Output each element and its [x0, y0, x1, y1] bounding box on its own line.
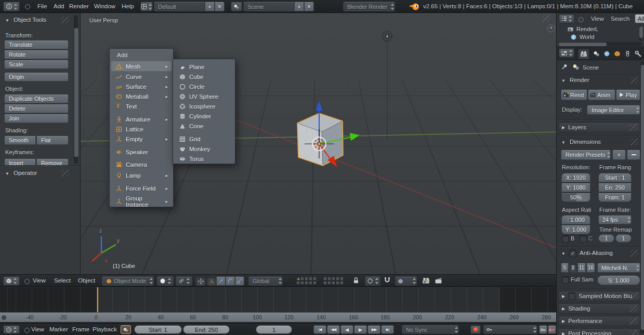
mode-dropdown[interactable]: Object Mode: [102, 276, 154, 286]
add-menu-item-empty[interactable]: Empty ▸: [111, 134, 172, 144]
render-still-button[interactable]: Rend: [561, 89, 587, 100]
auto-keyframe-button[interactable]: [121, 325, 131, 334]
rotate-button[interactable]: Rotate: [4, 50, 69, 59]
smooth-button[interactable]: Smooth: [4, 136, 36, 145]
anti-aliasing-panel-title[interactable]: Anti-Aliasing: [580, 250, 613, 256]
render-engine-dropdown[interactable]: Blender Render: [343, 2, 395, 11]
resolution-x-field[interactable]: X: 1920: [561, 173, 590, 182]
post-processing-panel-header[interactable]: ▶ Post Processing: [558, 328, 640, 335]
full-sample-checkbox[interactable]: [562, 276, 569, 284]
add-menu-item-text[interactable]: F Text: [111, 101, 172, 111]
menu-playback[interactable]: Playback: [93, 326, 117, 332]
display-dropdown[interactable]: Image Editor: [587, 105, 640, 115]
properties-scrollbar-thumb[interactable]: [640, 64, 644, 330]
editor-type-button[interactable]: [3, 325, 20, 334]
toolshelf-scrollbar-thumb[interactable]: [74, 28, 79, 157]
layer-grid-1[interactable]: [296, 277, 317, 285]
remap-old-field[interactable]: 1: [598, 234, 614, 243]
transform-orientation-dropdown[interactable]: Global: [248, 276, 283, 286]
mesh-item-monkey[interactable]: Monkey: [175, 144, 233, 154]
add-menu-item-camera[interactable]: Camera: [111, 159, 172, 169]
keying-set-dropdown[interactable]: [483, 325, 537, 334]
manipulator-scale-button[interactable]: [235, 276, 244, 286]
manipulator-rotate-button[interactable]: [226, 276, 235, 286]
layer-cell[interactable]: [305, 277, 308, 280]
insert-keyframe-button[interactable]: Insert: [4, 158, 36, 165]
layer-cell[interactable]: [327, 281, 331, 285]
outliner-row-world[interactable]: World: [570, 33, 636, 41]
delete-keyframes-button[interactable]: [548, 325, 556, 334]
play-reverse-button[interactable]: ◀: [340, 325, 353, 334]
next-keyframe-button[interactable]: ▶▶: [367, 325, 380, 334]
performance-panel-header[interactable]: ▶ Performance: [558, 316, 640, 326]
frame-start-field[interactable]: Start: 1: [134, 325, 182, 334]
frame-start-field[interactable]: Start : 1: [598, 173, 632, 182]
record-button[interactable]: [470, 325, 481, 334]
menu-help[interactable]: Help: [122, 3, 134, 9]
tab-modifiers[interactable]: [633, 49, 643, 58]
layer-cell[interactable]: [340, 281, 344, 285]
scale-button[interactable]: Scale: [4, 60, 69, 69]
aa-size-slider[interactable]: S: 1.000: [597, 275, 640, 285]
panel-grip-icon[interactable]: [61, 17, 70, 23]
delete-layout-button[interactable]: ✕: [215, 2, 225, 11]
scenes-filter-dropdown[interactable]: All: [635, 14, 644, 23]
menu-view[interactable]: View: [591, 16, 604, 22]
timeline-ruler[interactable]: -40 -20 0 20 40 60 80 100 120 140 160 18…: [0, 312, 556, 323]
anti-aliasing-checkbox[interactable]: ✓: [569, 250, 576, 257]
jump-to-end-button[interactable]: ▶|: [381, 325, 394, 334]
collapse-menus-icon[interactable]: [25, 4, 30, 9]
layer-cell[interactable]: [300, 281, 304, 285]
mesh-item-cylinder[interactable]: Cylinder: [175, 111, 233, 121]
pivot-point-dropdown[interactable]: [176, 276, 192, 286]
panel-grip-icon[interactable]: [630, 139, 639, 145]
layer-cell[interactable]: [332, 281, 335, 285]
tab-object[interactable]: [612, 49, 622, 58]
opengl-render-anim-button[interactable]: [435, 277, 445, 285]
layer-cell[interactable]: [323, 281, 327, 285]
opengl-render-button[interactable]: [422, 277, 432, 285]
current-frame-field[interactable]: 1: [256, 325, 292, 334]
mesh-item-plane[interactable]: Plane: [175, 62, 233, 72]
menu-frame[interactable]: Frame: [72, 326, 89, 332]
layers-panel-header[interactable]: ▶ Layers: [558, 122, 640, 132]
translate-button[interactable]: Translate: [4, 40, 69, 49]
collapse-menus-icon[interactable]: [24, 328, 30, 333]
render-presets-dropdown[interactable]: Render Presets: [561, 150, 611, 160]
aspect-x-field[interactable]: : 1.000: [561, 215, 590, 224]
layer-cell[interactable]: [313, 281, 317, 285]
operator-panel-title[interactable]: Operator: [14, 170, 37, 176]
delete-scene-button[interactable]: ✕: [304, 2, 314, 11]
menu-marker[interactable]: Marker: [49, 326, 68, 332]
add-menu-item-force-field[interactable]: Force Field ▸: [111, 183, 172, 193]
frame-step-field[interactable]: Fram: 1: [598, 193, 632, 202]
panel-collapse-icon[interactable]: ▼: [5, 171, 9, 176]
aa-samples-16-button[interactable]: 16: [586, 263, 595, 273]
remove-preset-button[interactable]: [627, 150, 640, 160]
viewport-3d[interactable]: User Persp z y x (1) Cube + Add Mesh ▸ C…: [81, 13, 556, 274]
border-checkbox[interactable]: [562, 235, 569, 243]
remove-keyframe-button[interactable]: Remove: [36, 158, 69, 165]
delete-button[interactable]: Delete: [4, 104, 69, 113]
scene-name-field[interactable]: Scene: [243, 2, 294, 11]
breadcrumb-label[interactable]: Scene: [583, 64, 599, 71]
manipulator-axes-button[interactable]: [207, 276, 216, 286]
screen-layout-button[interactable]: [140, 2, 153, 11]
manipulator-toggle-button[interactable]: [195, 276, 206, 286]
add-scene-button[interactable]: +: [294, 2, 304, 11]
duplicate-objects-button[interactable]: Duplicate Objects: [4, 94, 69, 103]
layer-cell[interactable]: [313, 277, 317, 280]
aa-samples-5-button[interactable]: 5: [561, 263, 569, 273]
mesh-item-torus[interactable]: Torus: [175, 154, 233, 164]
current-frame-cursor[interactable]: [97, 287, 98, 312]
layer-cell[interactable]: [309, 281, 312, 285]
layer-cell[interactable]: [323, 277, 327, 280]
panel-collapse-icon[interactable]: ▼: [561, 140, 566, 145]
tab-world[interactable]: [601, 49, 612, 58]
cube-object[interactable]: [297, 113, 343, 166]
menu-select[interactable]: Select: [54, 277, 71, 284]
frame-rate-dropdown[interactable]: 24 fps: [598, 215, 632, 224]
mesh-item-cube[interactable]: Cube: [175, 72, 233, 82]
menu-window[interactable]: Window: [94, 3, 115, 9]
join-button[interactable]: Join: [4, 114, 69, 123]
